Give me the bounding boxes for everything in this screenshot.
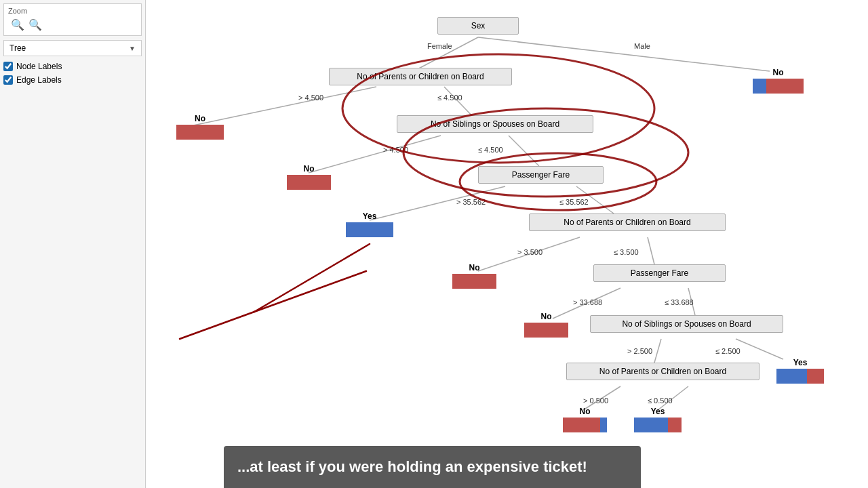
svg-line-3 xyxy=(444,87,475,119)
tree-dropdown[interactable]: Tree ▼ xyxy=(3,40,142,56)
edge-sibsp1-right: ≤ 4.500 xyxy=(478,146,503,154)
leaf-no3: No xyxy=(452,263,496,289)
main-canvas: Sex No of Parents or Children on Board N… xyxy=(146,0,868,488)
svg-line-9 xyxy=(648,237,654,264)
leaf-yes1: Yes xyxy=(346,211,393,237)
sex-node: Sex xyxy=(437,17,519,35)
pfare2-node: Passenger Fare xyxy=(593,264,726,282)
node-labels-label: Node Labels xyxy=(16,62,62,71)
zoom-in-icon[interactable]: 🔍 xyxy=(11,18,24,31)
sibsp1-node: No of Siblings or Spouses on Board xyxy=(397,115,593,133)
edge-parch3-right: ≤ 0.500 xyxy=(648,396,673,405)
edge-labels-checkbox[interactable] xyxy=(3,75,13,85)
svg-line-21 xyxy=(180,312,254,339)
edge-fare1-right: ≤ 35.562 xyxy=(559,198,589,206)
edge-labels-row: Edge Labels xyxy=(3,75,142,85)
edge-male: Male xyxy=(634,42,650,50)
edge-labels-label: Edge Labels xyxy=(16,75,62,85)
leaf-no4: No xyxy=(524,312,568,338)
zoom-label: Zoom xyxy=(8,7,137,15)
edge-parch2-right: ≤ 3.500 xyxy=(614,248,639,256)
leaf-yes3: Yes xyxy=(634,407,682,432)
parch3-node: No of Parents or Children on Board xyxy=(566,363,760,380)
zoom-out-icon[interactable]: 🔍 xyxy=(28,18,42,31)
leaf-no2: No xyxy=(287,164,331,190)
edge-sibsp2-left: > 2.500 xyxy=(627,347,652,355)
chevron-down-icon: ▼ xyxy=(129,45,136,52)
edge-parch3-left: > 0.500 xyxy=(583,396,608,405)
sibsp2-node: No of Siblings or Spouses on Board xyxy=(590,315,783,333)
svg-line-1 xyxy=(478,37,770,71)
edge-parch1-right: ≤ 4.500 xyxy=(437,94,462,102)
edge-sibsp2-right: ≤ 2.500 xyxy=(715,347,741,355)
left-panel: Zoom 🔍 🔍 Tree ▼ Node Labels Edge Labels xyxy=(0,0,146,488)
node-labels-checkbox[interactable] xyxy=(3,62,13,71)
edge-pfare2-right: ≤ 33.688 xyxy=(665,298,694,306)
fare1-node: Passenger Fare xyxy=(478,166,604,184)
node-labels-row: Node Labels xyxy=(3,62,142,71)
svg-line-13 xyxy=(654,339,661,363)
leaf-no-right: No xyxy=(753,68,804,94)
dropdown-value: Tree xyxy=(9,43,26,53)
edge-parch1-left: > 4.500 xyxy=(298,94,323,102)
svg-line-19 xyxy=(254,244,370,312)
svg-line-5 xyxy=(509,136,539,166)
edge-sibsp1-left: > 4.500 xyxy=(383,146,408,154)
leaf-no1: No xyxy=(176,114,224,140)
leaf-yes2: Yes xyxy=(776,358,824,384)
svg-line-20 xyxy=(254,271,366,312)
svg-line-12 xyxy=(736,339,783,359)
zoom-box: Zoom 🔍 🔍 xyxy=(3,3,142,36)
edge-pfare2-left: > 33.688 xyxy=(573,298,602,306)
parch2-node: No of Parents or Children on Board xyxy=(529,214,726,231)
caption-text: ...at least if you were holding an expen… xyxy=(237,458,587,475)
edge-female: Female xyxy=(427,42,452,50)
caption-bar: ...at least if you were holding an expen… xyxy=(224,446,641,488)
edge-fare1-left: > 35.562 xyxy=(456,198,486,206)
leaf-no5: No xyxy=(563,407,607,432)
parch1-node: No of Parents or Children on Board xyxy=(329,68,512,85)
edge-parch2-left: > 3.500 xyxy=(517,248,542,256)
